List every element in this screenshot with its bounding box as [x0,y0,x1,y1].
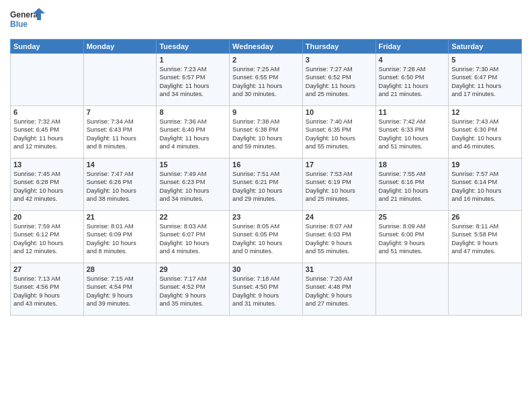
day-number: 13 [13,161,81,169]
calendar-cell: 7Sunrise: 7:34 AM Sunset: 6:43 PM Daylig… [83,106,157,158]
day-content: Sunrise: 8:01 AM Sunset: 6:09 PM Dayligh… [87,222,154,256]
weekday-header-thursday: Thursday [302,40,375,54]
day-number: 5 [451,56,519,64]
day-content: Sunrise: 7:27 AM Sunset: 6:52 PM Dayligh… [306,65,373,99]
calendar-cell: 29Sunrise: 7:17 AM Sunset: 4:52 PM Dayli… [157,263,230,316]
day-number: 3 [306,56,373,64]
day-content: Sunrise: 8:03 AM Sunset: 6:07 PM Dayligh… [159,222,226,256]
day-number: 21 [87,213,154,221]
day-number: 1 [159,56,226,64]
calendar-cell: 23Sunrise: 8:05 AM Sunset: 6:05 PM Dayli… [230,211,303,263]
calendar-cell: 1Sunrise: 7:23 AM Sunset: 6:57 PM Daylig… [157,54,230,106]
calendar-cell: 17Sunrise: 7:53 AM Sunset: 6:19 PM Dayli… [302,158,375,211]
calendar-cell: 13Sunrise: 7:45 AM Sunset: 6:28 PM Dayli… [11,158,84,211]
calendar-cell: 19Sunrise: 7:57 AM Sunset: 6:14 PM Dayli… [449,158,522,211]
day-number: 14 [87,161,154,169]
day-content: Sunrise: 7:25 AM Sunset: 6:55 PM Dayligh… [232,65,300,99]
calendar-cell: 16Sunrise: 7:51 AM Sunset: 6:21 PM Dayli… [230,158,303,211]
day-number: 22 [159,213,226,221]
day-content: Sunrise: 7:28 AM Sunset: 6:50 PM Dayligh… [379,65,446,99]
day-number: 31 [306,265,373,273]
calendar-cell: 25Sunrise: 8:09 AM Sunset: 6:00 PM Dayli… [375,211,449,263]
day-content: Sunrise: 7:38 AM Sunset: 6:38 PM Dayligh… [232,118,300,151]
calendar-cell [449,263,522,316]
day-number: 20 [13,213,81,221]
day-content: Sunrise: 7:20 AM Sunset: 4:48 PM Dayligh… [306,275,373,308]
weekday-header-tuesday: Tuesday [157,40,230,54]
calendar-cell: 14Sunrise: 7:47 AM Sunset: 6:26 PM Dayli… [83,158,157,211]
calendar-cell: 20Sunrise: 7:59 AM Sunset: 6:12 PM Dayli… [11,211,84,263]
calendar-cell: 5Sunrise: 7:30 AM Sunset: 6:47 PM Daylig… [449,54,522,106]
day-number: 6 [13,108,81,116]
calendar-cell: 15Sunrise: 7:49 AM Sunset: 6:23 PM Dayli… [157,158,230,211]
day-content: Sunrise: 7:18 AM Sunset: 4:50 PM Dayligh… [232,275,300,308]
day-number: 11 [379,108,446,116]
calendar-cell: 2Sunrise: 7:25 AM Sunset: 6:55 PM Daylig… [230,54,303,106]
calendar-week-row: 27Sunrise: 7:13 AM Sunset: 4:56 PM Dayli… [11,263,522,316]
day-content: Sunrise: 7:32 AM Sunset: 6:45 PM Dayligh… [13,118,81,151]
day-number: 18 [379,161,446,169]
day-content: Sunrise: 7:30 AM Sunset: 6:47 PM Dayligh… [451,65,519,99]
calendar-cell [375,263,449,316]
calendar-table: SundayMondayTuesdayWednesdayThursdayFrid… [10,39,522,316]
weekday-header-friday: Friday [375,40,449,54]
day-number: 8 [159,108,226,116]
calendar-week-row: 6Sunrise: 7:32 AM Sunset: 6:45 PM Daylig… [11,106,522,158]
weekday-header-wednesday: Wednesday [230,40,303,54]
day-content: Sunrise: 7:13 AM Sunset: 4:56 PM Dayligh… [13,275,81,308]
svg-text:Blue: Blue [10,19,28,29]
day-content: Sunrise: 7:43 AM Sunset: 6:30 PM Dayligh… [451,118,519,151]
calendar-cell: 27Sunrise: 7:13 AM Sunset: 4:56 PM Dayli… [11,263,84,316]
calendar-cell: 24Sunrise: 8:07 AM Sunset: 6:03 PM Dayli… [302,211,375,263]
day-number: 2 [232,56,300,64]
calendar-cell: 11Sunrise: 7:42 AM Sunset: 6:33 PM Dayli… [375,106,449,158]
day-number: 23 [232,213,300,221]
day-content: Sunrise: 7:51 AM Sunset: 6:21 PM Dayligh… [232,170,300,203]
calendar-cell: 3Sunrise: 7:27 AM Sunset: 6:52 PM Daylig… [302,54,375,106]
day-content: Sunrise: 7:34 AM Sunset: 6:43 PM Dayligh… [87,118,154,151]
day-content: Sunrise: 7:36 AM Sunset: 6:40 PM Dayligh… [159,118,226,151]
day-content: Sunrise: 7:49 AM Sunset: 6:23 PM Dayligh… [159,170,226,203]
day-number: 24 [306,213,373,221]
header: General Blue [10,7,522,34]
calendar-cell: 21Sunrise: 8:01 AM Sunset: 6:09 PM Dayli… [83,211,157,263]
day-number: 26 [451,213,519,221]
day-number: 28 [87,265,154,273]
day-content: Sunrise: 7:40 AM Sunset: 6:35 PM Dayligh… [306,118,373,151]
weekday-header-row: SundayMondayTuesdayWednesdayThursdayFrid… [11,40,522,54]
calendar-cell: 22Sunrise: 8:03 AM Sunset: 6:07 PM Dayli… [157,211,230,263]
calendar-cell [83,54,157,106]
day-content: Sunrise: 8:07 AM Sunset: 6:03 PM Dayligh… [306,222,373,256]
day-content: Sunrise: 7:15 AM Sunset: 4:54 PM Dayligh… [87,275,154,308]
calendar-container: General Blue SundayMondayTuesdayWednesda… [0,0,532,411]
day-number: 27 [13,265,81,273]
day-content: Sunrise: 8:05 AM Sunset: 6:05 PM Dayligh… [232,222,300,256]
day-number: 15 [159,161,226,169]
day-number: 16 [232,161,300,169]
day-content: Sunrise: 7:53 AM Sunset: 6:19 PM Dayligh… [306,170,373,203]
calendar-cell: 18Sunrise: 7:55 AM Sunset: 6:16 PM Dayli… [375,158,449,211]
calendar-cell: 4Sunrise: 7:28 AM Sunset: 6:50 PM Daylig… [375,54,449,106]
weekday-header-monday: Monday [83,40,157,54]
day-content: Sunrise: 7:57 AM Sunset: 6:14 PM Dayligh… [451,170,519,203]
day-content: Sunrise: 8:09 AM Sunset: 6:00 PM Dayligh… [379,222,446,256]
logo-svg: General Blue [10,7,47,34]
calendar-cell: 26Sunrise: 8:11 AM Sunset: 5:58 PM Dayli… [449,211,522,263]
calendar-week-row: 13Sunrise: 7:45 AM Sunset: 6:28 PM Dayli… [11,158,522,211]
calendar-cell [11,54,84,106]
day-content: Sunrise: 8:11 AM Sunset: 5:58 PM Dayligh… [451,222,519,256]
day-number: 9 [232,108,300,116]
weekday-header-sunday: Sunday [11,40,84,54]
calendar-cell: 31Sunrise: 7:20 AM Sunset: 4:48 PM Dayli… [302,263,375,316]
day-number: 19 [451,161,519,169]
calendar-week-row: 20Sunrise: 7:59 AM Sunset: 6:12 PM Dayli… [11,211,522,263]
day-number: 25 [379,213,446,221]
day-number: 12 [451,108,519,116]
day-number: 17 [306,161,373,169]
day-number: 4 [379,56,446,64]
logo: General Blue [10,7,47,34]
weekday-header-saturday: Saturday [449,40,522,54]
day-content: Sunrise: 7:47 AM Sunset: 6:26 PM Dayligh… [87,170,154,203]
calendar-cell: 9Sunrise: 7:38 AM Sunset: 6:38 PM Daylig… [230,106,303,158]
day-content: Sunrise: 7:23 AM Sunset: 6:57 PM Dayligh… [159,65,226,99]
